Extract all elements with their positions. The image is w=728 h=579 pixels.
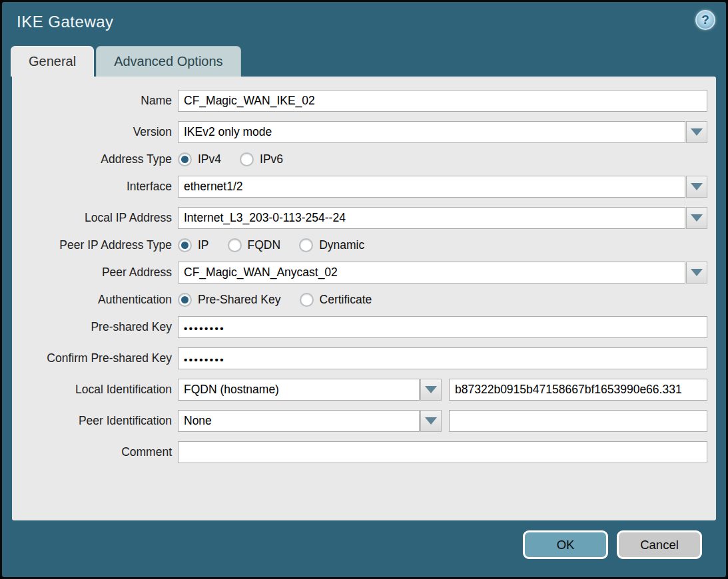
row-peer-address: Peer Address CF_Magic_WAN_Anycast_02	[16, 262, 707, 284]
interface-dropdown-value[interactable]: ethernet1/2	[178, 176, 685, 198]
radio-unselected-icon	[300, 293, 314, 307]
version-dropdown: IKEv2 only mode	[178, 121, 707, 143]
chevron-down-icon	[691, 269, 703, 276]
row-interface: Interface ethernet1/2	[16, 176, 707, 198]
tab-general[interactable]: General	[11, 46, 94, 77]
peer-identification-dropdown-button[interactable]	[420, 410, 442, 432]
pre-shared-key-input[interactable]: ••••••••	[178, 316, 707, 338]
confirm-pre-shared-key-label: Confirm Pre-shared Key	[16, 351, 178, 365]
comment-input[interactable]	[178, 441, 707, 463]
row-peer-identification: Peer Identification None	[16, 410, 707, 432]
version-dropdown-value[interactable]: IKEv2 only mode	[178, 121, 685, 143]
local-identification-value-input[interactable]: b87322b0915b47158667bf1653990e66.331	[449, 379, 707, 401]
radio-selected-icon	[178, 293, 192, 307]
row-comment: Comment	[16, 441, 707, 463]
local-ip-dropdown: Internet_L3_203-0-113-254--24	[178, 207, 707, 229]
peer-address-label: Peer Address	[16, 266, 178, 280]
row-version: Version IKEv2 only mode	[16, 121, 707, 143]
chevron-down-icon	[425, 417, 437, 425]
radio-selected-icon	[178, 152, 192, 166]
interface-label: Interface	[16, 180, 178, 194]
peer-ip-type-label: Peer IP Address Type	[16, 238, 178, 252]
help-icon[interactable]: ?	[695, 10, 715, 30]
titlebar: IKE Gateway ?	[2, 2, 726, 42]
tab-advanced-options[interactable]: Advanced Options	[96, 46, 240, 77]
local-identification-label: Local Identification	[16, 383, 178, 397]
interface-dropdown-button[interactable]	[686, 176, 707, 198]
chevron-down-icon	[691, 128, 703, 136]
peer-ip-type-radiogroup: IP FQDN Dynamic	[178, 238, 707, 252]
dialog-footer: OK Cancel	[2, 520, 726, 577]
local-ip-label: Local IP Address	[16, 211, 178, 225]
chevron-down-icon	[691, 214, 703, 222]
peer-identification-label: Peer Identification	[16, 414, 178, 428]
cancel-button[interactable]: Cancel	[617, 530, 702, 559]
peer-address-dropdown-value[interactable]: CF_Magic_WAN_Anycast_02	[178, 262, 685, 284]
peer-address-dropdown: CF_Magic_WAN_Anycast_02	[178, 262, 707, 284]
dialog-title: IKE Gateway	[17, 13, 114, 31]
tab-general-label: General	[29, 54, 76, 69]
radio-dynamic[interactable]: Dynamic	[299, 238, 364, 252]
version-dropdown-button[interactable]	[686, 121, 707, 143]
interface-dropdown: ethernet1/2	[178, 176, 707, 198]
row-peer-ip-type: Peer IP Address Type IP FQDN Dynamic	[16, 238, 707, 252]
general-tab-panel: Name CF_Magic_WAN_IKE_02 Version IKEv2 o…	[12, 77, 716, 520]
peer-address-dropdown-button[interactable]	[686, 262, 707, 284]
row-address-type: Address Type IPv4 IPv6	[16, 152, 707, 166]
ike-gateway-dialog: IKE Gateway ? General Advanced Options N…	[0, 0, 728, 579]
confirm-pre-shared-key-input[interactable]: ••••••••	[178, 347, 707, 369]
row-pre-shared-key: Pre-shared Key ••••••••	[16, 316, 707, 338]
radio-certificate[interactable]: Certificate	[300, 293, 372, 307]
local-identification-dropdown-button[interactable]	[420, 379, 442, 401]
radio-fqdn[interactable]: FQDN	[228, 238, 281, 252]
comment-label: Comment	[16, 445, 178, 459]
radio-unselected-icon	[299, 238, 313, 252]
authentication-label: Authentication	[16, 293, 178, 307]
address-type-label: Address Type	[16, 152, 178, 166]
chevron-down-icon	[425, 386, 437, 393]
radio-selected-icon	[178, 238, 192, 252]
row-local-ip: Local IP Address Internet_L3_203-0-113-2…	[16, 207, 707, 229]
peer-identification-type-value[interactable]: None	[178, 410, 420, 432]
radio-unselected-icon	[240, 152, 254, 166]
peer-identification-value-input[interactable]	[449, 410, 707, 432]
radio-unselected-icon	[228, 238, 242, 252]
radio-pre-shared-key[interactable]: Pre-Shared Key	[178, 293, 281, 307]
local-ip-dropdown-button[interactable]	[686, 207, 707, 229]
row-name: Name CF_Magic_WAN_IKE_02	[16, 90, 707, 112]
local-identification-type-value[interactable]: FQDN (hostname)	[178, 379, 420, 401]
local-identification-type-dropdown: FQDN (hostname)	[178, 379, 442, 401]
radio-ip[interactable]: IP	[178, 238, 209, 252]
row-authentication: Authentication Pre-Shared Key Certificat…	[16, 293, 707, 307]
row-confirm-pre-shared-key: Confirm Pre-shared Key ••••••••	[16, 347, 707, 369]
pre-shared-key-label: Pre-shared Key	[16, 320, 178, 334]
version-label: Version	[16, 125, 178, 139]
peer-identification-type-dropdown: None	[178, 410, 442, 432]
tab-advanced-options-label: Advanced Options	[114, 54, 222, 69]
chevron-down-icon	[691, 183, 703, 190]
radio-ipv6[interactable]: IPv6	[240, 152, 283, 166]
row-local-identification: Local Identification FQDN (hostname) b87…	[16, 379, 707, 401]
address-type-radiogroup: IPv4 IPv6	[178, 152, 707, 166]
authentication-radiogroup: Pre-Shared Key Certificate	[178, 293, 707, 307]
name-label: Name	[16, 94, 178, 108]
radio-ipv4[interactable]: IPv4	[178, 152, 221, 166]
local-ip-dropdown-value[interactable]: Internet_L3_203-0-113-254--24	[178, 207, 685, 229]
name-input[interactable]: CF_Magic_WAN_IKE_02	[178, 90, 707, 112]
ok-button[interactable]: OK	[523, 530, 608, 559]
tab-bar: General Advanced Options	[2, 42, 726, 77]
